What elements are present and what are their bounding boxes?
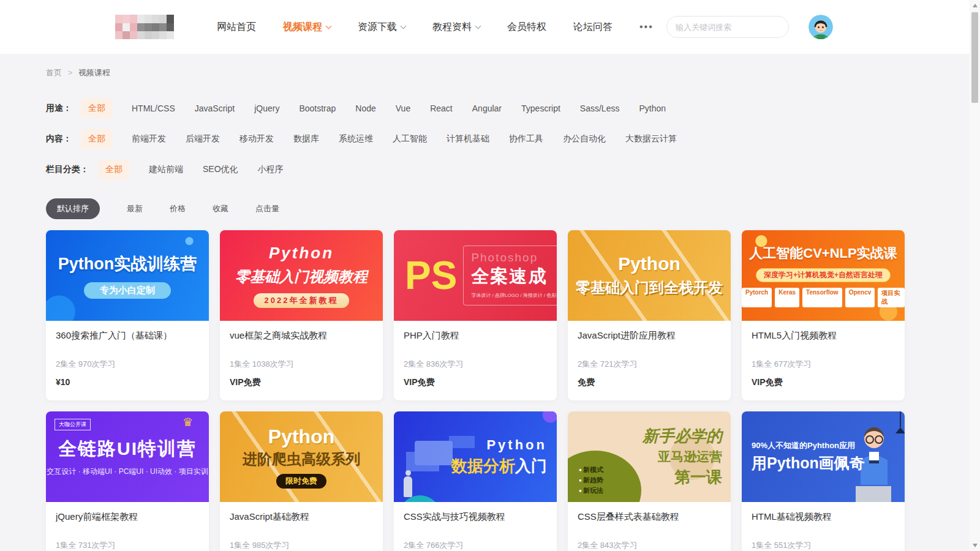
filter-option[interactable]: Vue: [396, 103, 410, 113]
filter-option[interactable]: 前端开发: [132, 133, 166, 144]
filter-option[interactable]: jQuery: [254, 103, 279, 113]
filter-label: 用途：: [46, 103, 72, 114]
course-price: VIP免费: [404, 377, 547, 388]
course-title[interactable]: HTML基础视频教程: [752, 511, 895, 523]
filter-option[interactable]: Typescript: [521, 103, 560, 113]
course-stats: 2集全 766次学习: [404, 540, 547, 551]
scrollbar[interactable]: [970, 0, 980, 551]
course-price: VIP免费: [230, 377, 373, 388]
course-thumbnail: 90%人不知道的Pyhthon应用 用Python画佩奇: [742, 411, 905, 502]
person-illustration: [404, 476, 412, 497]
course-stats: 2集全 970次学习: [56, 359, 199, 370]
main-content: 首页 > 视频课程 用途： 全部 HTML/CSS JavaScript jQu…: [46, 54, 905, 551]
course-card[interactable]: 大咖公开课 ♛ 全链路UI特训营 交互设计 · 移动端UI · PC端UI · …: [46, 411, 209, 551]
sort-clicks[interactable]: 点击量: [255, 203, 279, 214]
filter-option[interactable]: 后端开发: [186, 133, 220, 144]
course-thumbnail: PS Photoshop 全案速成 字体设计 / 品牌LOGO / 海报设计 /…: [394, 230, 557, 321]
site-logo[interactable]: [115, 15, 174, 39]
filter-option[interactable]: Sass/Less: [580, 103, 620, 113]
course-card[interactable]: Python 进阶爬虫高级系列 限时免费 JavaScript基础教程 1集全 …: [220, 411, 383, 551]
course-card[interactable]: Python 零基础入门到全栈开发 JavaScript进阶应用教程 2集全 7…: [568, 230, 731, 400]
course-thumbnail: 人工智能CV+NLP实战课 深度学习+计算机视觉+自然语言处理 Pytorch …: [742, 230, 905, 321]
filter-label: 内容：: [46, 133, 72, 144]
course-stats: 2集全 843次学习: [578, 540, 721, 551]
course-card[interactable]: 人工智能CV+NLP实战课 深度学习+计算机视觉+自然语言处理 Pytorch …: [742, 230, 905, 400]
sort-default[interactable]: 默认排序: [46, 198, 100, 219]
course-thumbnail: Python 零基础入门到全栈开发: [568, 230, 731, 321]
course-title[interactable]: vue框架之商城实战教程: [230, 330, 373, 342]
filter-option[interactable]: Angular: [472, 103, 502, 113]
filter-option-all[interactable]: 全部: [99, 160, 129, 179]
course-card[interactable]: 新手必学的 亚马逊运营 第一课 新模式 新趋势 新玩法 CSS层叠样式表基础教程…: [568, 411, 731, 551]
filter-option[interactable]: 计算机基础: [447, 133, 489, 144]
breadcrumb-separator: >: [68, 68, 73, 77]
chevron-down-icon: [326, 23, 332, 29]
filter-row-content: 内容： 全部 前端开发 后端开发 移动开发 数据库 系统运维 人工智能 计算机基…: [46, 129, 905, 149]
filter-option[interactable]: 大数据云计算: [625, 133, 677, 144]
course-title[interactable]: jQuery前端框架教程: [56, 511, 199, 523]
filter-option-all[interactable]: 全部: [81, 99, 112, 118]
filter-option[interactable]: 移动开发: [239, 133, 274, 144]
filter-option[interactable]: HTML/CSS: [132, 103, 175, 113]
user-avatar[interactable]: [809, 15, 833, 39]
scrollbar-thumb[interactable]: [971, 12, 978, 103]
filter-option[interactable]: React: [430, 103, 453, 113]
filter-option[interactable]: 数据库: [293, 133, 319, 144]
breadcrumb: 首页 > 视频课程: [46, 54, 905, 78]
filter-option[interactable]: 人工智能: [393, 133, 427, 144]
nav-home[interactable]: 网站首页: [217, 21, 256, 34]
breadcrumb-home[interactable]: 首页: [46, 68, 62, 77]
nav-more-ellipsis[interactable]: •••: [639, 21, 654, 32]
header: 网站首页 视频课程 资源下载 教程资料 会员特权 论坛问答 •••: [0, 0, 980, 54]
course-thumbnail: Python实战训练营 专为小白定制: [46, 230, 209, 321]
filter-option-all[interactable]: 全部: [81, 129, 112, 149]
filter-option[interactable]: 办公自动化: [563, 133, 606, 144]
filter-option[interactable]: 系统运维: [339, 133, 373, 144]
sort-favorites[interactable]: 收藏: [213, 203, 228, 214]
filter-option[interactable]: Node: [355, 103, 375, 113]
course-grid: Python实战训练营 专为小白定制 360搜索推广入门（基础课） 2集全 97…: [46, 230, 905, 551]
course-title[interactable]: JavaScript基础教程: [230, 511, 373, 523]
course-thumbnail: Python 进阶爬虫高级系列 限时免费: [220, 411, 383, 502]
nav-video-courses[interactable]: 视频课程: [283, 21, 331, 34]
scrollbar-down-arrow[interactable]: [973, 544, 978, 547]
course-title[interactable]: CSS实战与技巧视频教程: [404, 511, 547, 523]
course-stats: 1集全 731次学习: [56, 540, 199, 551]
nav-vip[interactable]: 会员特权: [507, 21, 546, 34]
lamp-illustration: [900, 411, 901, 427]
filter-option[interactable]: Bootstrap: [299, 103, 336, 113]
filter-option[interactable]: 建站前端: [149, 164, 183, 175]
filter-option[interactable]: 协作工具: [509, 133, 543, 144]
nav-resource-download[interactable]: 资源下载: [358, 21, 405, 34]
search-input[interactable]: [676, 23, 783, 32]
course-card[interactable]: Python 零基础入门视频教程 2022年全新教程 vue框架之商城实战教程 …: [220, 230, 383, 400]
nav-forum[interactable]: 论坛问答: [573, 21, 612, 34]
course-card[interactable]: PS Photoshop 全案速成 字体设计 / 品牌LOGO / 海报设计 /…: [394, 230, 557, 400]
sort-bar: 默认排序 最新 价格 收藏 点击量: [46, 198, 905, 219]
sort-price[interactable]: 价格: [170, 203, 186, 214]
course-title[interactable]: PHP入门教程: [404, 330, 547, 342]
course-stats: 2集全 721次学习: [578, 359, 721, 370]
course-price: VIP免费: [752, 377, 895, 388]
course-stats: 1集全 1038次学习: [230, 359, 373, 370]
filter-option[interactable]: 小程序: [258, 164, 284, 175]
filter-row-purpose: 用途： 全部 HTML/CSS JavaScript jQuery Bootst…: [46, 98, 905, 119]
course-title[interactable]: JavaScript进阶应用教程: [578, 330, 721, 342]
course-stats: 1集全 677次学习: [752, 359, 895, 370]
course-title[interactable]: HTML5入门视频教程: [752, 330, 895, 342]
filter-option[interactable]: JavaScript: [195, 103, 235, 113]
screens-illustration: [415, 441, 453, 465]
nav-tutorial-material[interactable]: 教程资料: [432, 21, 480, 34]
course-card[interactable]: 90%人不知道的Pyhthon应用 用Python画佩奇 HTML基础视频教程 …: [742, 411, 905, 551]
search-box[interactable]: [666, 16, 789, 38]
filter-option[interactable]: SEO优化: [203, 164, 238, 175]
course-title[interactable]: CSS层叠样式表基础教程: [578, 511, 721, 523]
scrollbar-up-arrow[interactable]: [973, 4, 978, 7]
course-card[interactable]: Python 数据分析入门 CSS实战与技巧视频教程 2集全 766次学习: [394, 411, 557, 551]
course-card[interactable]: Python实战训练营 专为小白定制 360搜索推广入门（基础课） 2集全 97…: [46, 230, 209, 400]
sort-newest[interactable]: 最新: [127, 203, 143, 214]
course-title[interactable]: 360搜索推广入门（基础课）: [56, 330, 199, 342]
filter-option[interactable]: Python: [639, 103, 666, 113]
course-thumbnail: Python 零基础入门视频教程 2022年全新教程: [220, 230, 383, 321]
course-thumbnail: Python 数据分析入门: [394, 411, 557, 502]
